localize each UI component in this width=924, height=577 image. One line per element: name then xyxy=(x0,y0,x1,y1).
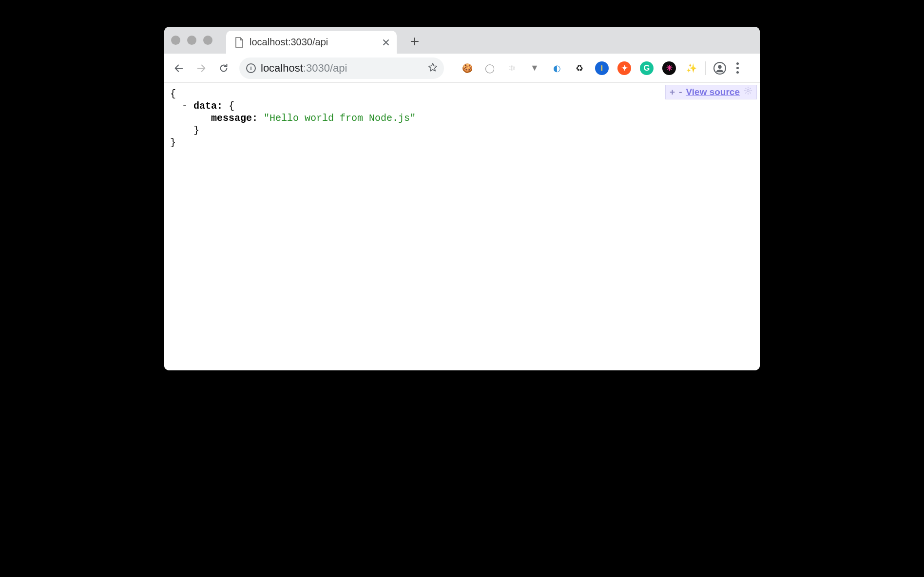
view-source-link[interactable]: View source xyxy=(686,86,740,98)
json-brace-close-outer: } xyxy=(170,136,754,149)
extensions-row: 🍪◯⚛▼◐♻i✦G✳✨ xyxy=(461,61,698,75)
close-window-button[interactable] xyxy=(171,36,180,45)
window-controls xyxy=(171,36,212,45)
collapse-toggle[interactable]: - xyxy=(182,100,188,112)
page-content: + - View source { - data: { message: "He… xyxy=(164,83,760,370)
star-icon xyxy=(427,62,438,73)
plus-icon xyxy=(410,37,419,46)
toolbar-separator xyxy=(705,61,706,75)
gear-icon[interactable] xyxy=(744,86,752,98)
react-icon[interactable]: ⚛ xyxy=(505,61,519,75)
profile-button[interactable] xyxy=(712,61,727,76)
arrow-left-icon xyxy=(173,63,184,74)
back-button[interactable] xyxy=(169,58,189,78)
toolbar: i localhost:3030/api 🍪◯⚛▼◐♻i✦G✳✨ xyxy=(164,54,760,83)
opera-icon[interactable]: ◐ xyxy=(550,61,564,75)
site-info-icon[interactable]: i xyxy=(246,63,256,73)
maximize-window-button[interactable] xyxy=(203,36,212,45)
svg-point-2 xyxy=(747,90,750,92)
forward-button[interactable] xyxy=(192,58,211,78)
json-property-message: message: "Hello world from Node.js" xyxy=(170,112,754,124)
tab-title: localhost:3030/api xyxy=(250,37,328,48)
url-text: localhost:3030/api xyxy=(261,62,347,75)
jsonview-toolbar: + - View source xyxy=(665,85,757,99)
close-icon xyxy=(383,39,389,46)
json-brace-close-inner: } xyxy=(170,124,754,136)
browser-window: localhost:3030/api i xyxy=(164,27,760,370)
reload-button[interactable] xyxy=(214,58,233,78)
flag-icon[interactable]: i xyxy=(595,61,609,75)
new-tab-button[interactable] xyxy=(405,32,424,51)
recorder-icon[interactable]: ◯ xyxy=(483,61,497,75)
expand-all-button[interactable]: + xyxy=(670,86,675,98)
dot-icon xyxy=(736,71,739,74)
vue-icon[interactable]: ▼ xyxy=(528,61,541,75)
tab-strip: localhost:3030/api xyxy=(164,27,760,54)
bookmark-button[interactable] xyxy=(427,62,438,75)
cookie-icon[interactable]: 🍪 xyxy=(461,61,474,75)
lifebuoy-icon[interactable]: ✦ xyxy=(617,61,631,75)
json-property-data: - data: { xyxy=(170,100,754,112)
slack-icon[interactable]: ✳ xyxy=(662,61,676,75)
url-rest: :3030/api xyxy=(303,62,347,74)
browser-tab[interactable]: localhost:3030/api xyxy=(226,31,397,54)
wand-icon[interactable]: ✨ xyxy=(685,61,698,75)
reload-icon xyxy=(218,63,229,74)
collapse-all-button[interactable]: - xyxy=(679,86,682,98)
svg-point-1 xyxy=(718,65,721,68)
url-host: localhost xyxy=(261,62,303,74)
json-key-data: data: xyxy=(193,100,223,112)
grammarly-icon[interactable]: G xyxy=(640,61,654,75)
json-value-message: "Hello world from Node.js" xyxy=(264,113,416,124)
arrow-right-icon xyxy=(196,63,207,74)
avatar-icon xyxy=(713,62,726,75)
dot-icon xyxy=(736,67,739,69)
minimize-window-button[interactable] xyxy=(187,36,196,45)
recycle-icon[interactable]: ♻ xyxy=(573,61,586,75)
json-key-message: message: xyxy=(211,113,258,124)
tab-close-button[interactable] xyxy=(382,38,390,46)
dot-icon xyxy=(736,62,739,65)
address-bar[interactable]: i localhost:3030/api xyxy=(239,58,444,79)
browser-menu-button[interactable] xyxy=(730,62,745,74)
page-icon xyxy=(235,37,244,48)
